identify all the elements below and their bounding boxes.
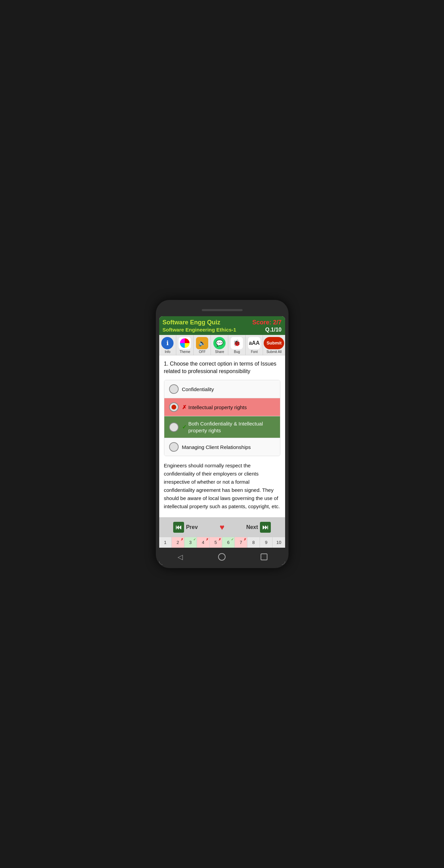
back-nav-button[interactable]: ◁: [175, 552, 185, 562]
screen: Software Engg Quiz Score: 2/7 Software E…: [159, 316, 285, 565]
radio-b: [169, 402, 179, 412]
q-num-2-mark: ✗: [181, 537, 183, 541]
wrong-mark-b: ✗: [182, 404, 186, 411]
q-num-1-label: 1: [164, 540, 166, 545]
q-num-10-label: 10: [276, 540, 281, 545]
heart-icon: ♥: [219, 523, 224, 532]
bottom-nav: ◁: [159, 548, 285, 565]
next-label: Next: [246, 524, 258, 530]
info-icon: ℹ: [161, 337, 174, 349]
correct-mark-c: ✓: [182, 424, 186, 430]
q-num-8-label: 8: [252, 540, 255, 545]
q-num-3-label: 3: [189, 540, 192, 545]
q-num-4-mark: ✗: [206, 537, 209, 541]
q-num-8[interactable]: 8: [247, 537, 260, 548]
bug-icon: 🐞: [231, 337, 243, 349]
theme-icon: [179, 337, 191, 349]
q-num-5-mark: ✗: [218, 537, 221, 541]
toolbar-share[interactable]: 💬 Share: [211, 335, 228, 355]
q-num-7-mark: ✗: [244, 537, 246, 541]
option-a-text: Confidentiality: [182, 386, 214, 393]
next-icon: ⏭: [260, 522, 271, 533]
recents-nav-button[interactable]: [259, 552, 269, 562]
q-num-3-mark: ✓: [193, 537, 196, 541]
toolbar-submit[interactable]: Submit Submit All: [263, 335, 285, 355]
toolbar-sound[interactable]: 🔈 OFF: [194, 335, 211, 355]
toolbar-info[interactable]: ℹ Info: [159, 335, 177, 355]
q-num-6-mark: ✓: [231, 537, 234, 541]
q-num-3[interactable]: ✓ 3: [184, 537, 197, 548]
q-num-6-label: 6: [227, 540, 229, 545]
radio-a: [169, 384, 179, 394]
prev-button[interactable]: ⏮ Prev: [159, 518, 212, 537]
radio-b-inner: [171, 405, 176, 409]
toolbar-share-label: Share: [215, 350, 224, 354]
favorite-button[interactable]: ♥: [212, 518, 232, 537]
q-num-7[interactable]: ✗ 7: [235, 537, 247, 548]
status-bar: [159, 307, 285, 314]
toolbar-bug[interactable]: 🐞 Bug: [228, 335, 246, 355]
option-d[interactable]: Managing Client Relationships: [164, 438, 280, 456]
q-num-1[interactable]: 1: [159, 537, 172, 548]
question-number-display: Q.1/10: [265, 327, 281, 333]
option-a[interactable]: Confidentiality: [164, 380, 280, 398]
option-c-text: Both Confidentiality & Intellectual prop…: [188, 420, 275, 434]
recents-nav-icon: [261, 553, 267, 560]
phone-frame: Software Engg Quiz Score: 2/7 Software E…: [156, 300, 289, 568]
toolbar-font-label: Font: [251, 350, 258, 354]
options-container: Confidentiality ✗ Intellectual property …: [164, 380, 280, 456]
explanation-text: Engineers should normally respect the co…: [164, 462, 280, 511]
option-b-text: Intellectual property rights: [188, 404, 247, 411]
q-num-4[interactable]: ✗ 4: [197, 537, 210, 548]
prev-icon: ⏮: [173, 522, 184, 533]
toolbar-submit-label: Submit All: [266, 350, 281, 354]
q-num-5-label: 5: [214, 540, 217, 545]
back-nav-icon: ◁: [178, 553, 183, 561]
toolbar-theme-label: Theme: [180, 350, 190, 354]
toolbar-info-label: Info: [165, 350, 170, 354]
q-num-7-label: 7: [240, 540, 242, 545]
main-content: 1. Choose the correct option in terms of…: [159, 355, 285, 518]
prev-label: Prev: [186, 524, 198, 530]
font-icon: aAA: [248, 337, 260, 349]
toolbar-sound-label: OFF: [199, 350, 205, 354]
q-num-10[interactable]: 10: [273, 537, 285, 548]
sound-icon: 🔈: [196, 337, 208, 349]
option-c[interactable]: ✓ Both Confidentiality & Intellectual pr…: [164, 416, 280, 438]
toolbar-theme[interactable]: Theme: [176, 335, 194, 355]
q-num-5[interactable]: ✗ 5: [210, 537, 222, 548]
toolbar-bug-label: Bug: [234, 350, 240, 354]
score-badge: Score: 2/7: [252, 319, 281, 326]
q-num-2-label: 2: [177, 540, 179, 545]
radio-d: [169, 442, 179, 452]
home-nav-button[interactable]: [217, 552, 227, 562]
quiz-title: Software Engineering Ethics-1: [163, 327, 236, 333]
share-icon: 💬: [213, 337, 226, 349]
question-numbers-bar: 1 ✗ 2 ✓ 3 ✗ 4 ✗ 5 ✓ 6 ✗: [159, 537, 285, 548]
toolbar: ℹ Info Theme 🔈 OFF 💬 Share 🐞 Bug: [159, 335, 285, 355]
toolbar-font[interactable]: aAA Font: [246, 335, 263, 355]
q-num-9[interactable]: 9: [260, 537, 273, 548]
home-nav-icon: [218, 553, 226, 561]
q-num-9-label: 9: [265, 540, 267, 545]
option-b[interactable]: ✗ Intellectual property rights: [164, 398, 280, 416]
q-num-4-label: 4: [202, 540, 204, 545]
question-text: 1. Choose the correct option in terms of…: [164, 360, 280, 375]
next-button[interactable]: Next ⏭: [232, 518, 285, 537]
app-title: Software Engg Quiz: [163, 319, 220, 326]
nav-bar: ⏮ Prev ♥ Next ⏭: [159, 517, 285, 537]
submit-icon: Submit: [264, 337, 284, 349]
option-d-text: Managing Client Relationships: [182, 444, 251, 451]
q-num-2[interactable]: ✗ 2: [172, 537, 184, 548]
status-notch: [202, 309, 243, 311]
q-num-6[interactable]: ✓ 6: [222, 537, 235, 548]
radio-c: [169, 422, 179, 432]
app-header: Software Engg Quiz Score: 2/7 Software E…: [159, 316, 285, 335]
